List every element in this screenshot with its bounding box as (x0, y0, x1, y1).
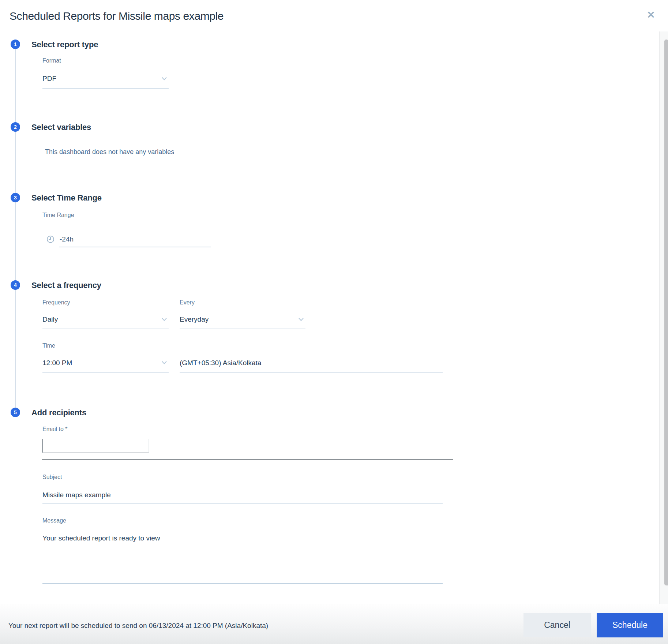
step-4-badge: 4 (11, 280, 20, 290)
step-2-heading: Select variables (31, 123, 91, 132)
frequency-underline (42, 329, 169, 329)
message-underline (42, 583, 443, 584)
cancel-button[interactable]: Cancel (523, 613, 591, 637)
frequency-value: Daily (42, 315, 58, 324)
scrollbar-track[interactable] (659, 31, 668, 604)
subject-input[interactable]: Missile maps example (42, 490, 443, 504)
time-value: 12:00 PM (42, 359, 72, 367)
subject-value: Missile maps example (42, 491, 111, 499)
step-1-heading: Select report type (31, 40, 98, 49)
email-field-divider (42, 459, 453, 460)
time-underline (42, 372, 169, 373)
step-1-badge: 1 (11, 40, 20, 49)
chevron-down-icon (161, 316, 167, 320)
frequency-select[interactable]: Daily (42, 314, 169, 329)
time-range-field[interactable]: -24h (42, 233, 211, 247)
format-underline (42, 88, 169, 89)
every-value: Everyday (180, 315, 209, 324)
email-input[interactable] (42, 439, 149, 453)
time-range-value: -24h (60, 235, 74, 244)
format-value: PDF (42, 74, 56, 83)
timezone-underline (180, 372, 443, 373)
frequency-label: Frequency (42, 299, 70, 306)
message-value: Your scheduled report is ready to view (42, 534, 160, 543)
step-connector-line (15, 44, 16, 412)
time-range-underline (59, 247, 211, 247)
step-3-heading: Select Time Range (31, 193, 102, 202)
subject-label: Subject (42, 473, 62, 481)
every-label: Every (180, 299, 195, 306)
message-label: Message (42, 517, 66, 524)
email-to-label: Email to * (42, 426, 67, 433)
step-3-number: 3 (14, 195, 17, 201)
step-2-badge: 2 (11, 122, 20, 132)
chevron-down-icon (161, 359, 167, 363)
step-5-badge: 5 (11, 408, 20, 417)
step-5-number: 5 (14, 409, 17, 415)
schedule-button[interactable]: Schedule (597, 613, 663, 637)
no-variables-text: This dashboard does not have any variabl… (45, 148, 174, 156)
step-2-number: 2 (14, 124, 17, 130)
timezone-value: (GMT+05:30) Asia/Kolkata (180, 359, 261, 367)
time-label: Time (42, 342, 55, 349)
chevron-down-icon (298, 316, 304, 320)
timezone-field[interactable]: (GMT+05:30) Asia/Kolkata (180, 357, 443, 373)
time-range-label: Time Range (42, 211, 74, 219)
chevron-down-icon (161, 75, 167, 79)
dialog-footer: Your next report will be scheduled to se… (0, 604, 668, 644)
every-select[interactable]: Everyday (180, 314, 305, 329)
format-label: Format (42, 57, 61, 64)
subject-underline (42, 503, 443, 504)
step-3-badge: 3 (11, 193, 20, 202)
clock-icon (46, 235, 55, 245)
step-4-heading: Select a frequency (31, 281, 101, 290)
step-5-heading: Add recipients (31, 408, 86, 417)
step-4-number: 4 (14, 282, 17, 288)
close-icon[interactable]: ✕ (647, 10, 655, 20)
format-select[interactable]: PDF (42, 73, 169, 89)
next-report-status-text: Your next report will be scheduled to se… (8, 621, 268, 630)
dialog-title: Scheduled Reports for Missile maps examp… (10, 10, 224, 22)
every-underline (180, 329, 305, 329)
scheduled-reports-dialog: Scheduled Reports for Missile maps examp… (0, 0, 668, 644)
scrollbar-thumb[interactable] (664, 40, 668, 585)
step-1-number: 1 (14, 41, 17, 47)
time-select[interactable]: 12:00 PM (42, 357, 169, 373)
message-input[interactable]: Your scheduled report is ready to view (42, 532, 443, 584)
